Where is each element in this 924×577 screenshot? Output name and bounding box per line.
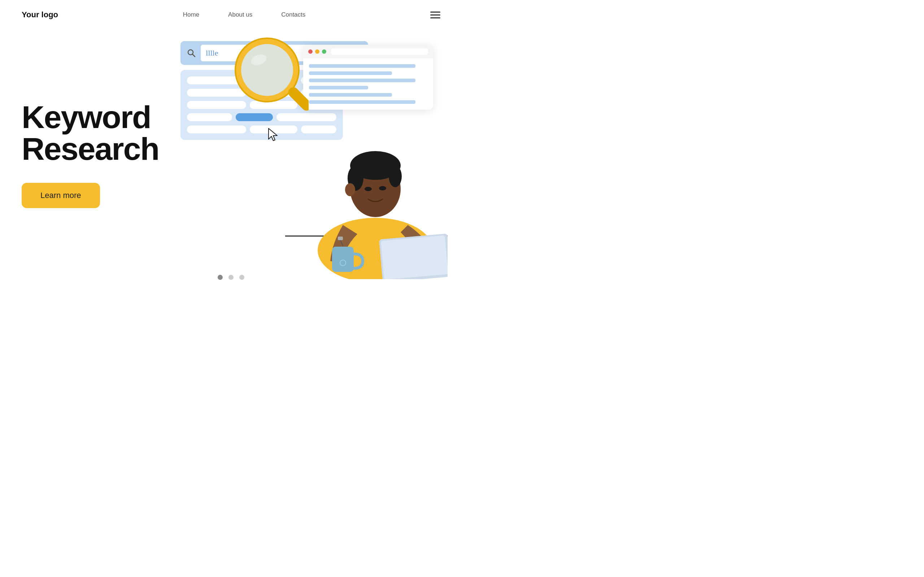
search-squiggle-text: lllle (206, 48, 218, 58)
result-pill (187, 126, 246, 134)
svg-point-3 (241, 44, 293, 96)
hero-right: lllle (159, 30, 440, 279)
search-circle-icon (186, 47, 197, 59)
browser-content-line (309, 79, 415, 82)
learn-more-button[interactable]: Learn more (22, 183, 100, 208)
browser-dot-red (308, 49, 313, 54)
pagination-dots (218, 275, 244, 280)
browser-content-line (309, 64, 415, 68)
browser-dot-yellow (315, 49, 320, 54)
svg-rect-4 (286, 85, 309, 113)
cursor-icon (267, 128, 279, 145)
svg-point-13 (345, 183, 355, 196)
person-illustration (296, 106, 447, 279)
pagination-dot-3[interactable] (239, 275, 244, 280)
result-pill (187, 113, 232, 121)
browser-bar (303, 45, 433, 58)
svg-rect-18 (332, 247, 354, 272)
browser-content-line (309, 100, 415, 104)
svg-point-15 (379, 186, 386, 190)
svg-line-1 (192, 54, 195, 56)
hamburger-menu[interactable] (430, 11, 440, 18)
svg-rect-20 (338, 237, 343, 240)
browser-dot-green (322, 49, 326, 54)
hamburger-line-2 (430, 15, 440, 16)
hero-section: Keyword Research Learn more lllle (0, 19, 462, 279)
browser-window (303, 45, 433, 110)
browser-content-line (309, 71, 392, 75)
browser-content-line (309, 93, 392, 97)
navbar: Your logo Home About us Contacts (0, 0, 462, 19)
browser-content-line (309, 86, 368, 89)
svg-rect-17 (381, 235, 447, 279)
pagination-dot-2[interactable] (228, 275, 234, 280)
hero-title-line2: Research (22, 131, 159, 167)
hero-title-line1: Keyword (22, 99, 151, 135)
svg-point-14 (365, 187, 372, 191)
nav-links: Home About us Contacts (183, 11, 306, 18)
magnifier-illustration (229, 34, 309, 122)
hero-title: Keyword Research (22, 102, 159, 165)
hero-left: Keyword Research Learn more (22, 102, 159, 208)
browser-content (303, 58, 433, 110)
svg-point-12 (389, 166, 402, 187)
nav-link-home[interactable]: Home (183, 11, 199, 18)
pagination-dot-1[interactable] (218, 275, 223, 280)
browser-address-bar (331, 48, 428, 55)
logo: Your logo (22, 10, 58, 19)
nav-link-contacts[interactable]: Contacts (281, 11, 305, 18)
hamburger-line-1 (430, 11, 440, 13)
hamburger-line-3 (430, 17, 440, 18)
nav-link-about[interactable]: About us (228, 11, 252, 18)
